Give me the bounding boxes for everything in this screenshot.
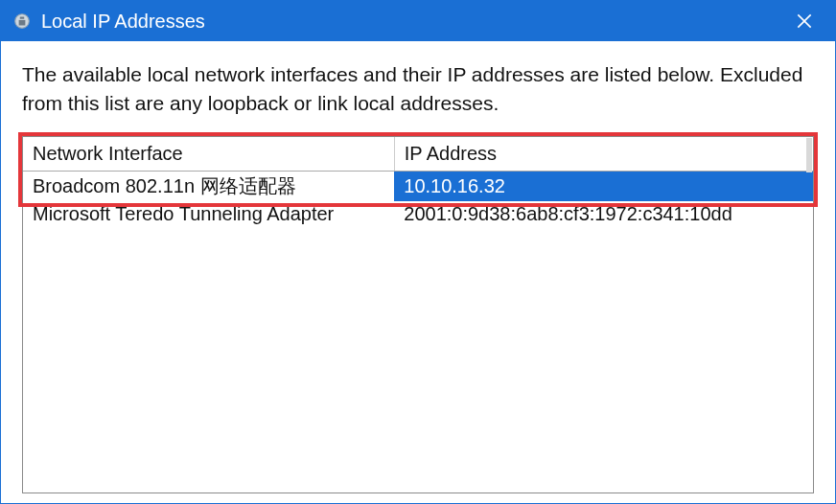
col-header-interface[interactable]: Network Interface bbox=[23, 137, 394, 172]
col-header-ip[interactable]: IP Address bbox=[394, 137, 813, 172]
content-area: The available local network interfaces a… bbox=[1, 41, 835, 503]
table-row[interactable]: Broadcom 802.11n 网络适配器 10.10.16.32 bbox=[23, 171, 813, 201]
dialog-title: Local IP Addresses bbox=[41, 11, 785, 33]
description-text: The available local network interfaces a… bbox=[22, 60, 814, 119]
table-row[interactable]: Microsoft Teredo Tunneling Adapter 2001:… bbox=[23, 201, 813, 227]
cell-interface: Broadcom 802.11n 网络适配器 bbox=[23, 171, 394, 201]
scrollbar[interactable] bbox=[806, 138, 812, 172]
cell-interface: Microsoft Teredo Tunneling Adapter bbox=[23, 201, 394, 227]
svg-rect-2 bbox=[19, 20, 26, 26]
ip-table[interactable]: Network Interface IP Address Broadcom 80… bbox=[23, 137, 813, 227]
titlebar[interactable]: Local IP Addresses bbox=[1, 1, 835, 41]
dialog-window: Local IP Addresses The available local n… bbox=[0, 0, 836, 504]
table-container: Network Interface IP Address Broadcom 80… bbox=[22, 136, 814, 493]
close-icon bbox=[797, 13, 812, 29]
svg-rect-1 bbox=[20, 17, 25, 19]
cell-ip: 2001:0:9d38:6ab8:cf3:1972:c341:10dd bbox=[394, 201, 813, 227]
app-icon bbox=[12, 11, 32, 31]
cell-ip: 10.10.16.32 bbox=[394, 171, 813, 201]
ip-table-panel: Network Interface IP Address Broadcom 80… bbox=[22, 136, 814, 493]
close-button[interactable] bbox=[785, 1, 824, 41]
